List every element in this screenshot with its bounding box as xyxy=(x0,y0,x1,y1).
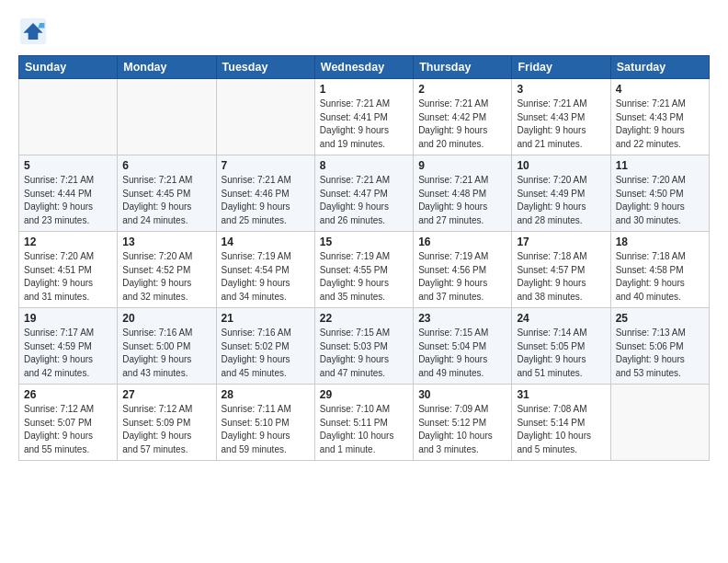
weekday-header-wednesday: Wednesday xyxy=(314,56,413,79)
day-info: Sunrise: 7:21 AM Sunset: 4:45 PM Dayligh… xyxy=(122,174,210,227)
calendar-table: SundayMondayTuesdayWednesdayThursdayFrid… xyxy=(18,55,710,461)
day-number: 22 xyxy=(320,312,408,325)
day-number: 26 xyxy=(24,388,112,401)
weekday-header-friday: Friday xyxy=(512,56,610,79)
day-info: Sunrise: 7:13 AM Sunset: 5:06 PM Dayligh… xyxy=(616,327,704,380)
day-number: 3 xyxy=(517,83,605,96)
day-info: Sunrise: 7:20 AM Sunset: 4:50 PM Dayligh… xyxy=(616,174,704,227)
calendar-day-28: 28Sunrise: 7:11 AM Sunset: 5:10 PM Dayli… xyxy=(216,385,314,461)
day-info: Sunrise: 7:12 AM Sunset: 5:07 PM Dayligh… xyxy=(24,403,112,456)
day-info: Sunrise: 7:20 AM Sunset: 4:51 PM Dayligh… xyxy=(24,250,112,304)
calendar-empty-cell xyxy=(216,79,314,155)
weekday-header-tuesday: Tuesday xyxy=(216,56,314,79)
day-info: Sunrise: 7:20 AM Sunset: 4:52 PM Dayligh… xyxy=(122,250,210,304)
day-info: Sunrise: 7:21 AM Sunset: 4:42 PM Dayligh… xyxy=(418,98,506,151)
calendar-day-4: 4Sunrise: 7:21 AM Sunset: 4:43 PM Daylig… xyxy=(610,79,709,155)
calendar-day-12: 12Sunrise: 7:20 AM Sunset: 4:51 PM Dayli… xyxy=(19,232,118,308)
calendar-day-6: 6Sunrise: 7:21 AM Sunset: 4:45 PM Daylig… xyxy=(118,155,216,232)
day-number: 5 xyxy=(24,159,112,172)
day-info: Sunrise: 7:08 AM Sunset: 5:14 PM Dayligh… xyxy=(517,403,605,456)
day-number: 1 xyxy=(320,83,408,96)
page: SundayMondayTuesdayWednesdayThursdayFrid… xyxy=(0,0,728,477)
day-number: 17 xyxy=(517,236,605,248)
day-info: Sunrise: 7:16 AM Sunset: 5:00 PM Dayligh… xyxy=(122,327,210,380)
calendar-day-10: 10Sunrise: 7:20 AM Sunset: 4:49 PM Dayli… xyxy=(512,155,610,232)
day-number: 29 xyxy=(320,388,408,401)
weekday-header-thursday: Thursday xyxy=(414,56,512,79)
day-number: 12 xyxy=(24,236,112,248)
calendar-empty-cell xyxy=(610,385,709,461)
day-info: Sunrise: 7:18 AM Sunset: 4:57 PM Dayligh… xyxy=(517,250,605,304)
day-number: 23 xyxy=(418,312,506,325)
weekday-header-monday: Monday xyxy=(118,56,216,79)
logo-icon xyxy=(18,17,48,46)
calendar-day-26: 26Sunrise: 7:12 AM Sunset: 5:07 PM Dayli… xyxy=(19,385,118,461)
day-number: 14 xyxy=(222,236,310,248)
day-number: 25 xyxy=(616,312,704,325)
day-number: 24 xyxy=(517,312,605,325)
day-info: Sunrise: 7:21 AM Sunset: 4:46 PM Dayligh… xyxy=(222,174,310,227)
calendar-day-19: 19Sunrise: 7:17 AM Sunset: 4:59 PM Dayli… xyxy=(19,308,118,385)
calendar-day-27: 27Sunrise: 7:12 AM Sunset: 5:09 PM Dayli… xyxy=(118,385,216,461)
day-info: Sunrise: 7:21 AM Sunset: 4:41 PM Dayligh… xyxy=(320,98,408,151)
calendar-day-3: 3Sunrise: 7:21 AM Sunset: 4:43 PM Daylig… xyxy=(512,79,610,155)
calendar-day-7: 7Sunrise: 7:21 AM Sunset: 4:46 PM Daylig… xyxy=(216,155,314,232)
day-number: 6 xyxy=(122,159,210,172)
calendar-day-8: 8Sunrise: 7:21 AM Sunset: 4:47 PM Daylig… xyxy=(314,155,413,232)
day-info: Sunrise: 7:21 AM Sunset: 4:44 PM Dayligh… xyxy=(24,174,112,227)
calendar-day-5: 5Sunrise: 7:21 AM Sunset: 4:44 PM Daylig… xyxy=(19,155,118,232)
calendar-week-row: 19Sunrise: 7:17 AM Sunset: 4:59 PM Dayli… xyxy=(19,308,710,385)
calendar-day-22: 22Sunrise: 7:15 AM Sunset: 5:03 PM Dayli… xyxy=(314,308,413,385)
day-number: 7 xyxy=(222,159,310,172)
day-number: 27 xyxy=(122,388,210,401)
day-info: Sunrise: 7:09 AM Sunset: 5:12 PM Dayligh… xyxy=(418,403,506,456)
day-info: Sunrise: 7:21 AM Sunset: 4:47 PM Dayligh… xyxy=(320,174,408,227)
calendar-day-16: 16Sunrise: 7:19 AM Sunset: 4:56 PM Dayli… xyxy=(414,232,512,308)
day-info: Sunrise: 7:18 AM Sunset: 4:58 PM Dayligh… xyxy=(616,250,704,304)
calendar-day-24: 24Sunrise: 7:14 AM Sunset: 5:05 PM Dayli… xyxy=(512,308,610,385)
calendar-week-row: 5Sunrise: 7:21 AM Sunset: 4:44 PM Daylig… xyxy=(19,155,710,232)
calendar-day-20: 20Sunrise: 7:16 AM Sunset: 5:00 PM Dayli… xyxy=(118,308,216,385)
day-number: 19 xyxy=(24,312,112,325)
logo xyxy=(18,17,51,46)
calendar-day-18: 18Sunrise: 7:18 AM Sunset: 4:58 PM Dayli… xyxy=(610,232,709,308)
day-number: 10 xyxy=(517,159,605,172)
day-number: 20 xyxy=(122,312,210,325)
day-info: Sunrise: 7:16 AM Sunset: 5:02 PM Dayligh… xyxy=(222,327,310,380)
calendar-day-17: 17Sunrise: 7:18 AM Sunset: 4:57 PM Dayli… xyxy=(512,232,610,308)
calendar-day-25: 25Sunrise: 7:13 AM Sunset: 5:06 PM Dayli… xyxy=(610,308,709,385)
day-number: 8 xyxy=(320,159,408,172)
calendar-week-row: 12Sunrise: 7:20 AM Sunset: 4:51 PM Dayli… xyxy=(19,232,710,308)
day-number: 30 xyxy=(418,388,506,401)
calendar-day-30: 30Sunrise: 7:09 AM Sunset: 5:12 PM Dayli… xyxy=(414,385,512,461)
weekday-header-saturday: Saturday xyxy=(610,56,709,79)
day-number: 2 xyxy=(418,83,506,96)
calendar-empty-cell xyxy=(19,79,118,155)
day-info: Sunrise: 7:19 AM Sunset: 4:54 PM Dayligh… xyxy=(222,250,310,304)
day-info: Sunrise: 7:19 AM Sunset: 4:56 PM Dayligh… xyxy=(418,250,506,304)
day-info: Sunrise: 7:10 AM Sunset: 5:11 PM Dayligh… xyxy=(320,403,408,456)
day-number: 4 xyxy=(616,83,704,96)
day-info: Sunrise: 7:14 AM Sunset: 5:05 PM Dayligh… xyxy=(517,327,605,380)
calendar-day-2: 2Sunrise: 7:21 AM Sunset: 4:42 PM Daylig… xyxy=(414,79,512,155)
header xyxy=(18,17,710,46)
day-info: Sunrise: 7:15 AM Sunset: 5:04 PM Dayligh… xyxy=(418,327,506,380)
day-number: 15 xyxy=(320,236,408,248)
day-info: Sunrise: 7:17 AM Sunset: 4:59 PM Dayligh… xyxy=(24,327,112,380)
day-number: 18 xyxy=(616,236,704,248)
day-number: 9 xyxy=(418,159,506,172)
day-number: 28 xyxy=(222,388,310,401)
calendar-day-29: 29Sunrise: 7:10 AM Sunset: 5:11 PM Dayli… xyxy=(314,385,413,461)
calendar-week-row: 26Sunrise: 7:12 AM Sunset: 5:07 PM Dayli… xyxy=(19,385,710,461)
calendar-day-21: 21Sunrise: 7:16 AM Sunset: 5:02 PM Dayli… xyxy=(216,308,314,385)
calendar-day-14: 14Sunrise: 7:19 AM Sunset: 4:54 PM Dayli… xyxy=(216,232,314,308)
calendar-day-15: 15Sunrise: 7:19 AM Sunset: 4:55 PM Dayli… xyxy=(314,232,413,308)
day-info: Sunrise: 7:11 AM Sunset: 5:10 PM Dayligh… xyxy=(222,403,310,456)
day-info: Sunrise: 7:12 AM Sunset: 5:09 PM Dayligh… xyxy=(122,403,210,456)
day-info: Sunrise: 7:21 AM Sunset: 4:48 PM Dayligh… xyxy=(418,174,506,227)
day-number: 13 xyxy=(122,236,210,248)
day-info: Sunrise: 7:21 AM Sunset: 4:43 PM Dayligh… xyxy=(517,98,605,151)
day-info: Sunrise: 7:20 AM Sunset: 4:49 PM Dayligh… xyxy=(517,174,605,227)
calendar-day-31: 31Sunrise: 7:08 AM Sunset: 5:14 PM Dayli… xyxy=(512,385,610,461)
weekday-header-row: SundayMondayTuesdayWednesdayThursdayFrid… xyxy=(19,56,710,79)
